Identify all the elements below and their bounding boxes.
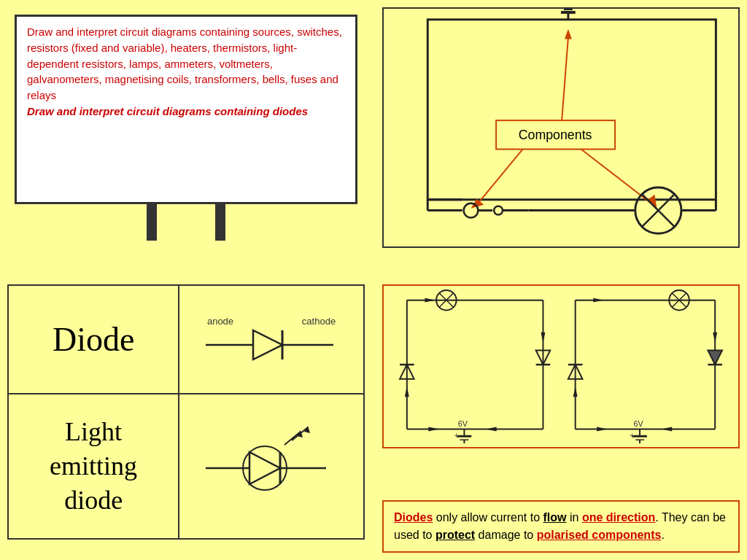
led-symbol-svg [198,424,344,505]
svg-text:+: + [454,431,459,440]
diode-name-cell: Diode [8,285,179,394]
svg-marker-32 [249,452,280,484]
diodes-text: Diodes [394,511,433,524]
diode-table-section: Diode anode cathode [7,284,365,540]
svg-text:anode: anode [207,316,233,327]
diode-table: Diode anode cathode [7,284,365,540]
diode-circuit-svg: + 6V + 6V + [384,286,738,447]
desc-part5: . [661,529,664,541]
billboard-frame: Draw and interpret circuit diagrams cont… [15,15,357,204]
diode-name-label: Diode [53,321,134,358]
svg-marker-61 [428,427,439,431]
polarised-text: polarised components [537,529,662,541]
led-name-label: Light emitting diode [9,415,178,517]
svg-marker-50 [405,386,409,397]
billboard-section: Draw and interpret circuit diagrams cont… [7,7,365,241]
led-symbol-cell [179,394,364,540]
svg-rect-0 [427,20,716,200]
circuit-section: Components [382,7,740,248]
svg-marker-5 [565,29,572,39]
diode-symbol-cell: anode cathode [179,285,364,394]
protect-text: protect [436,529,475,541]
led-line3: diode [64,486,123,515]
desc-part4: damage to [475,529,537,541]
billboard-legs [147,204,225,241]
diode-symbol-svg: anode cathode [198,308,344,367]
svg-marker-73 [573,386,578,397]
svg-line-4 [561,38,568,131]
svg-marker-28 [253,330,282,359]
desc-part1: only allow current to [433,511,543,524]
svg-line-6 [478,142,528,203]
svg-marker-76 [713,332,717,343]
svg-text:+: + [630,431,634,440]
svg-point-13 [494,206,503,215]
billboard-italic-text: Draw and interpret circuit diagrams cont… [27,105,308,117]
svg-line-38 [292,427,308,440]
led-line2: emitting [50,451,137,481]
desc-part2: in [567,511,582,524]
svg-marker-74 [708,350,722,365]
diode-circuit-section: + 6V + 6V + [382,284,740,448]
circuit-box: Components [382,7,740,248]
billboard-leg-left [147,204,157,241]
svg-point-12 [464,203,479,218]
svg-text:cathode: cathode [302,316,336,327]
svg-marker-83 [597,427,608,431]
led-line1: Light [65,417,122,446]
billboard-text: Draw and interpret circuit diagrams cont… [27,24,345,120]
flow-text: flow [543,511,567,524]
svg-marker-47 [425,298,436,303]
one-direction-text: one direction [582,511,655,524]
svg-text:Components: Components [519,128,592,142]
svg-text:6V: 6V [458,419,468,428]
svg-text:6V: 6V [633,419,643,428]
svg-line-8 [572,142,651,203]
svg-line-36 [285,432,301,445]
led-name-cell: Light emitting diode [8,394,179,540]
description-box: Diodes only allow current to flow in one… [382,500,740,553]
billboard-leg-right [215,204,225,241]
svg-marker-84 [662,427,673,431]
svg-marker-53 [541,332,545,343]
circuit-svg: Components [384,9,738,246]
billboard-normal-text: Draw and interpret circuit diagrams cont… [27,26,342,101]
svg-marker-70 [593,298,604,303]
svg-marker-62 [486,427,497,431]
